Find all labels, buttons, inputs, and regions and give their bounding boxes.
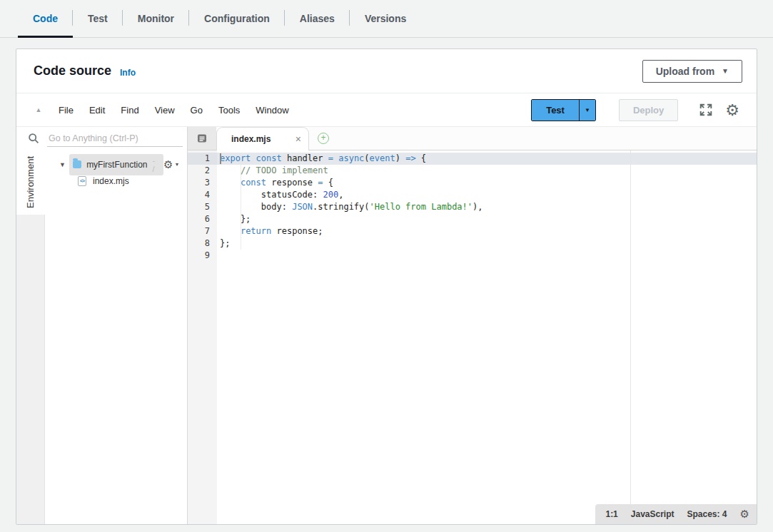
line-number: 8 <box>188 237 217 250</box>
cursor-position: 1:1 <box>605 509 617 519</box>
gear-icon: ⚙ <box>163 158 173 171</box>
editor-tab-index-mjs[interactable]: index.mjs × <box>216 127 309 150</box>
page-title: Code source <box>34 63 111 78</box>
goto-anything-row <box>16 127 187 150</box>
editor-tabstrip: index.mjs × + <box>188 127 757 150</box>
chevron-down-icon: ▼ <box>174 162 179 167</box>
new-tab-icon[interactable]: + <box>318 133 329 144</box>
panel-header: Code source Info Upload from ▼ <box>16 49 757 93</box>
menu-tools[interactable]: Tools <box>211 101 248 120</box>
sidebar-body: Environment ▼ myFirstFunction - / ⚙ ▼ <box>16 150 187 524</box>
file-name: index.mjs <box>93 176 129 186</box>
statusbar-gear-icon[interactable]: ⚙ <box>740 508 749 521</box>
text-cursor <box>220 153 221 164</box>
editor-menubar: ▲ FileEditFindViewGoToolsWindow Test ▼ D… <box>16 93 757 127</box>
deploy-button[interactable]: Deploy <box>619 99 678 121</box>
file-tree: ▼ myFirstFunction - / ⚙ ▼ <> in <box>45 150 189 524</box>
editor-tab-label: index.mjs <box>231 134 271 144</box>
line-number: 5 <box>188 201 217 213</box>
menu-items: FileEditFindViewGoToolsWindow <box>51 101 297 120</box>
menu-view[interactable]: View <box>147 101 183 120</box>
goto-anything-input[interactable] <box>47 131 183 147</box>
fullscreen-icon[interactable] <box>699 103 712 116</box>
code-source-panel: Code source Info Upload from ▼ ▲ FileEdi… <box>16 48 757 525</box>
menu-find[interactable]: Find <box>113 101 146 120</box>
tree-settings-button[interactable]: ⚙ ▼ <box>163 158 179 171</box>
tabstrip-spacer: + <box>309 127 757 150</box>
environment-strip: Environment <box>16 150 45 524</box>
left-sidebar: Environment ▼ myFirstFunction - / ⚙ ▼ <box>16 127 188 524</box>
menu-edit[interactable]: Edit <box>81 101 113 120</box>
folder-name: myFirstFunction <box>86 160 147 170</box>
test-split-button: Test ▼ <box>531 99 596 121</box>
close-tab-icon[interactable]: × <box>295 134 301 144</box>
code-line-3: const response = { <box>217 177 757 189</box>
line-number: 3 <box>188 177 217 189</box>
code-editor[interactable]: 123456789 export const handler = async(e… <box>188 150 757 524</box>
code-line-2: // TODO implement <box>217 165 757 177</box>
test-dropdown-button[interactable]: ▼ <box>579 100 595 121</box>
code-lines[interactable]: export const handler = async(event) => {… <box>217 150 757 524</box>
collapse-menubar-icon[interactable]: ▲ <box>26 106 51 113</box>
tree-item-folder[interactable]: ▼ myFirstFunction - / ⚙ ▼ <box>45 156 189 173</box>
tab-code[interactable]: Code <box>18 0 73 37</box>
folder-icon <box>73 160 81 168</box>
code-line-6: }; <box>217 213 757 225</box>
tab-versions[interactable]: Versions <box>350 0 421 37</box>
editor-settings-gear-icon[interactable]: ⚙ <box>725 101 739 119</box>
line-number: 4 <box>188 189 217 201</box>
test-button[interactable]: Test <box>532 100 579 121</box>
line-number-gutter: 123456789 <box>188 150 217 524</box>
tab-monitor[interactable]: Monitor <box>123 0 189 37</box>
tab-test[interactable]: Test <box>73 0 123 37</box>
info-link[interactable]: Info <box>120 68 136 78</box>
menu-file[interactable]: File <box>51 101 81 120</box>
editor-statusbar: 1:1 JavaScript Spaces: 4 ⚙ <box>595 504 757 524</box>
code-line-8: }; <box>217 237 757 250</box>
tab-list-icon[interactable] <box>188 127 216 150</box>
tab-configuration[interactable]: Configuration <box>189 0 285 37</box>
code-line-1: export const handler = async(event) => { <box>217 153 757 165</box>
search-icon <box>28 133 40 145</box>
line-number: 6 <box>188 213 217 225</box>
code-line-9 <box>217 250 757 262</box>
code-line-7: return response; <box>217 225 757 237</box>
editor-pane: index.mjs × + 123456789 export const han… <box>188 127 757 524</box>
line-number: 2 <box>188 165 217 177</box>
chevron-down-icon[interactable]: ▼ <box>59 161 66 168</box>
folder-selection: myFirstFunction - / <box>69 154 163 175</box>
upload-from-button[interactable]: Upload from ▼ <box>642 60 742 83</box>
code-file-icon: <> <box>78 176 86 186</box>
line-number: 7 <box>188 225 217 237</box>
indentation-setting[interactable]: Spaces: 4 <box>687 509 727 519</box>
menu-go[interactable]: Go <box>183 101 211 120</box>
environment-tab[interactable]: Environment <box>25 156 36 208</box>
menu-window[interactable]: Window <box>248 101 296 120</box>
code-line-5: body: JSON.stringify('Hello from Lambda!… <box>217 201 757 213</box>
language-mode[interactable]: JavaScript <box>631 509 675 519</box>
ide-area: Environment ▼ myFirstFunction - / ⚙ ▼ <box>16 127 757 524</box>
chevron-down-icon: ▼ <box>585 107 590 113</box>
chevron-down-icon: ▼ <box>722 67 729 75</box>
folder-suffix: - / <box>152 156 157 173</box>
tab-aliases[interactable]: Aliases <box>285 0 350 37</box>
line-number: 9 <box>188 250 217 262</box>
code-line-4: statusCode: 200, <box>217 189 757 201</box>
function-tab-bar: CodeTestMonitorConfigurationAliasesVersi… <box>0 0 773 38</box>
line-number: 1 <box>188 153 217 165</box>
upload-from-label: Upload from <box>656 66 714 77</box>
menubar-right: Test ▼ Deploy ⚙ <box>524 99 742 121</box>
environment-strip-track <box>16 215 45 524</box>
